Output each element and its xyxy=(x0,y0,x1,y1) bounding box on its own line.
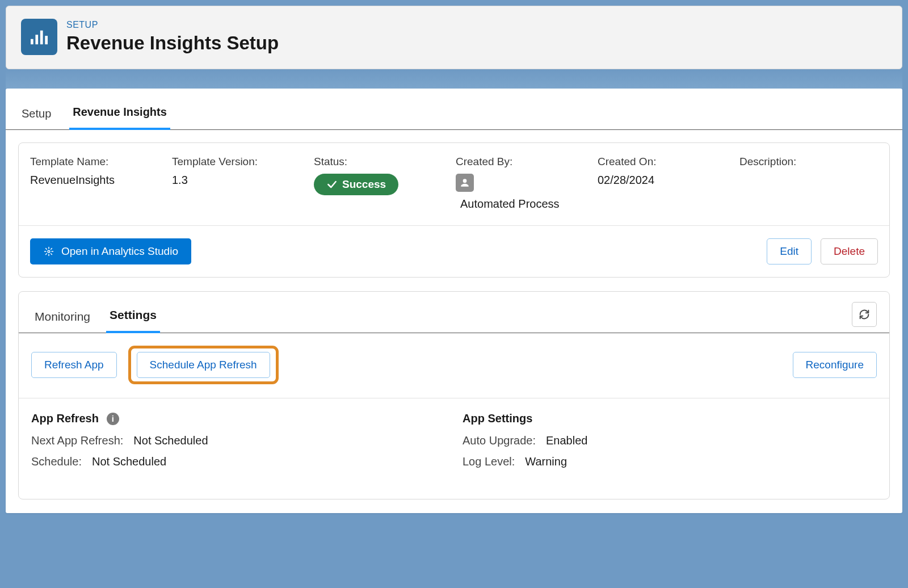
refresh-button[interactable] xyxy=(852,302,877,327)
field-label: Description: xyxy=(739,156,878,168)
svg-rect-1 xyxy=(35,35,38,44)
button-label: Delete xyxy=(834,245,865,258)
field-description: Description: xyxy=(739,156,878,211)
section-title: App Refresh xyxy=(31,412,99,425)
refresh-app-button[interactable]: Refresh App xyxy=(31,352,117,378)
button-label: Open in Analytics Studio xyxy=(61,245,178,258)
app-refresh-section: App Refresh i Next App Refresh: Not Sche… xyxy=(31,412,445,476)
kv-value: Not Scheduled xyxy=(92,455,166,468)
section-title: App Settings xyxy=(463,412,532,425)
field-label: Created By: xyxy=(456,156,594,168)
button-label: Edit xyxy=(780,245,798,258)
decorative-wave-band xyxy=(6,69,902,89)
tab-revenue-insights[interactable]: Revenue Insights xyxy=(69,101,170,130)
field-value: RevenueInsights xyxy=(30,174,169,187)
field-created-by: Created By: Automated Process xyxy=(456,156,594,211)
main-content-card: Setup Revenue Insights Template Name: Re… xyxy=(6,89,902,513)
field-label: Created On: xyxy=(598,156,736,168)
button-label: Refresh App xyxy=(44,359,104,371)
field-created-on: Created On: 02/28/2024 xyxy=(598,156,736,211)
kv-label: Log Level: xyxy=(463,455,515,468)
open-in-analytics-studio-button[interactable]: Open in Analytics Studio xyxy=(30,238,191,264)
kv-label: Next App Refresh: xyxy=(31,434,123,447)
info-icon[interactable]: i xyxy=(107,413,119,425)
kv-label: Auto Upgrade: xyxy=(463,434,536,447)
next-app-refresh-row: Next App Refresh: Not Scheduled xyxy=(31,434,445,447)
tab-monitoring[interactable]: Monitoring xyxy=(31,305,94,333)
template-info-panel: Template Name: RevenueInsights Template … xyxy=(18,142,890,278)
page-title: Revenue Insights Setup xyxy=(66,32,279,54)
kv-value: Warning xyxy=(525,455,567,468)
check-icon xyxy=(326,179,338,190)
field-value: 1.3 xyxy=(172,174,310,187)
svg-point-4 xyxy=(48,250,50,253)
status-badge-text: Success xyxy=(342,178,386,191)
user-icon xyxy=(456,174,474,192)
breadcrumb[interactable]: SETUP xyxy=(66,20,279,30)
delete-button[interactable]: Delete xyxy=(821,238,878,264)
kv-label: Schedule: xyxy=(31,455,82,468)
edit-button[interactable]: Edit xyxy=(767,238,812,264)
tabs-top: Setup Revenue Insights xyxy=(6,89,902,130)
tab-setup[interactable]: Setup xyxy=(18,103,54,129)
kv-value: Not Scheduled xyxy=(133,434,208,447)
field-value: 02/28/2024 xyxy=(598,174,736,187)
schedule-row: Schedule: Not Scheduled xyxy=(31,455,445,468)
kv-value: Enabled xyxy=(546,434,587,447)
svg-rect-3 xyxy=(45,36,48,44)
status-badge: Success xyxy=(314,174,398,195)
field-template-name: Template Name: RevenueInsights xyxy=(30,156,169,211)
svg-rect-2 xyxy=(40,31,43,44)
field-label: Status: xyxy=(314,156,452,168)
button-label: Reconfigure xyxy=(806,359,864,371)
reconfigure-button[interactable]: Reconfigure xyxy=(793,352,877,378)
schedule-app-refresh-button[interactable]: Schedule App Refresh xyxy=(137,352,270,378)
settings-details-row: App Refresh i Next App Refresh: Not Sche… xyxy=(19,398,889,499)
tab-settings[interactable]: Settings xyxy=(106,304,160,333)
template-actions-row: Open in Analytics Studio Edit Delete xyxy=(19,226,889,277)
field-status: Status: Success xyxy=(314,156,452,211)
settings-panel: Monitoring Settings Refresh App Schedule… xyxy=(18,291,890,499)
app-settings-section: App Settings Auto Upgrade: Enabled Log L… xyxy=(463,412,877,476)
button-label: Schedule App Refresh xyxy=(150,359,257,371)
field-template-version: Template Version: 1.3 xyxy=(172,156,310,211)
auto-upgrade-row: Auto Upgrade: Enabled xyxy=(463,434,877,447)
field-label: Template Version: xyxy=(172,156,310,168)
field-value: Automated Process xyxy=(456,198,594,211)
page-header: SETUP Revenue Insights Setup xyxy=(6,6,902,69)
svg-rect-0 xyxy=(31,39,33,44)
highlight-schedule-app-refresh: Schedule App Refresh xyxy=(128,346,279,384)
bar-chart-icon xyxy=(30,28,49,45)
field-label: Template Name: xyxy=(30,156,169,168)
tabs-settings: Monitoring Settings xyxy=(19,292,889,333)
settings-actions-row: Refresh App Schedule App Refresh Reconfi… xyxy=(19,333,889,398)
refresh-icon xyxy=(858,308,871,321)
page-header-icon xyxy=(21,19,57,55)
analytics-studio-icon xyxy=(43,246,54,257)
log-level-row: Log Level: Warning xyxy=(463,455,877,468)
